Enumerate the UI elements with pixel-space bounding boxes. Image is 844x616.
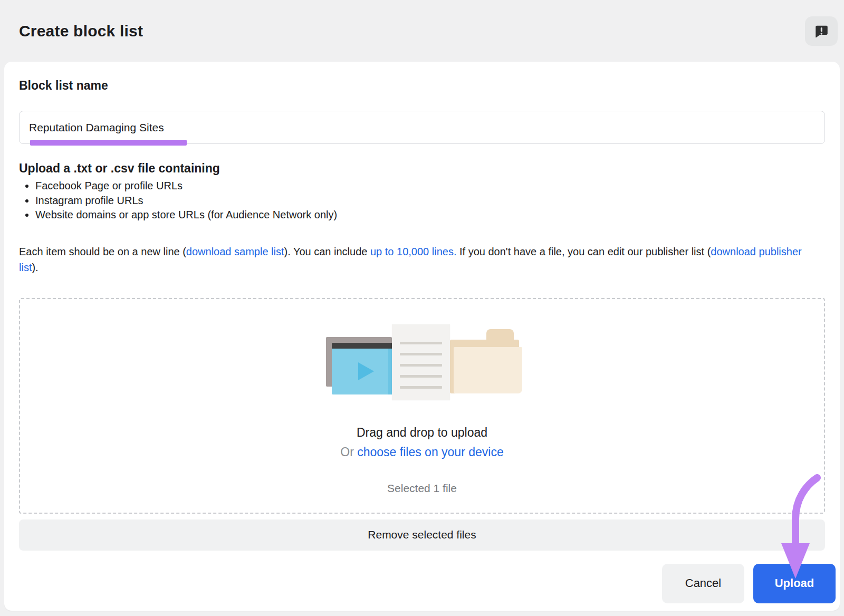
block-list-name-input[interactable] xyxy=(19,111,825,144)
inline-link[interactable]: up to 10,000 lines. xyxy=(370,246,456,257)
or-text: Or xyxy=(340,445,357,459)
upload-section-heading: Upload a .txt or .csv file containing xyxy=(19,161,825,176)
speech-bubble-exclamation-icon xyxy=(813,23,829,39)
cancel-button[interactable]: Cancel xyxy=(662,564,744,603)
remove-selected-files-button[interactable]: Remove selected files xyxy=(19,519,825,551)
choose-files-link[interactable]: choose files on your device xyxy=(357,445,503,459)
list-item: Instagram profile URLs xyxy=(35,194,825,208)
play-icon xyxy=(358,362,374,380)
inline-text: If you don't have a file, you can edit o… xyxy=(456,246,711,257)
footer-actions: Cancel Upload xyxy=(4,564,840,603)
feedback-button[interactable] xyxy=(805,16,838,46)
block-list-name-label: Block list name xyxy=(19,79,825,93)
upload-illustration xyxy=(325,324,519,402)
create-block-list-card: Block list name Upload a .txt or .csv fi… xyxy=(4,62,840,611)
selected-file-count: Selected 1 file xyxy=(387,482,457,495)
video-player-icon xyxy=(332,343,396,394)
document-icon xyxy=(392,324,450,400)
file-dropzone[interactable]: Drag and drop to upload Or choose files … xyxy=(19,298,825,514)
drag-drop-text: Drag and drop to upload xyxy=(357,425,487,440)
list-item: Facebook Page or profile URLs xyxy=(35,179,825,194)
purple-underline-annotation xyxy=(30,140,187,146)
inline-text: ). xyxy=(32,262,38,273)
inline-text: ). You can include xyxy=(284,246,370,257)
list-item: Website domains or app store URLs (for A… xyxy=(35,208,825,223)
upload-requirements-list: Facebook Page or profile URLs Instagram … xyxy=(19,179,825,223)
page-header: Create block list xyxy=(0,0,844,62)
block-list-name-input-wrap xyxy=(19,111,825,144)
folder-icon xyxy=(450,329,519,393)
page-title: Create block list xyxy=(19,22,143,40)
inline-text: Each item should be on a new line ( xyxy=(19,246,186,257)
or-choose-line: Or choose files on your device xyxy=(340,444,503,460)
inline-link[interactable]: download sample list xyxy=(186,246,284,257)
upload-button[interactable]: Upload xyxy=(753,564,836,603)
upload-instructions: Each item should be on a new line (downl… xyxy=(19,244,817,275)
